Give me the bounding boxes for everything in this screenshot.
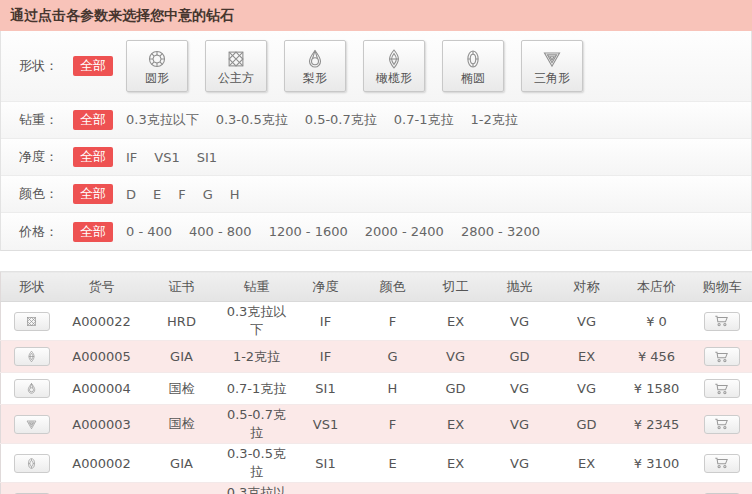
page-title-banner: 通过点击各参数来选择您中意的钻石: [0, 0, 752, 31]
carat-options: 0.3克拉以下 0.3-0.5克拉 0.5-0.7克拉 0.7-1克拉 1-2克…: [126, 111, 518, 129]
row-shape-button[interactable]: [14, 454, 50, 473]
col-header-carat: 钻重: [223, 272, 291, 302]
carat-all-badge[interactable]: 全部: [73, 110, 113, 130]
shape-button-label: 三角形: [534, 71, 570, 85]
row-shape-button[interactable]: [14, 347, 50, 366]
filter-row-shape: 形状： 全部 圆形 公主方 梨形 橄榄形: [1, 31, 751, 102]
color-option[interactable]: F: [178, 187, 185, 202]
carat-option[interactable]: 1-2克拉: [470, 111, 517, 129]
cell-clarity: VS1: [291, 405, 361, 444]
cell-polish: VG: [487, 302, 553, 341]
row-shape-button[interactable]: [14, 379, 50, 398]
clarity-all-badge[interactable]: 全部: [73, 147, 113, 167]
cell-carat: 1-2克拉: [223, 341, 291, 373]
shape-button-label: 圆形: [145, 71, 169, 85]
clarity-option[interactable]: IF: [126, 150, 137, 165]
table-row: A000003 国检 0.5-0.7克拉 VS1 F EX VG GD ¥ 23…: [1, 405, 752, 444]
col-header-color: 颜色: [361, 272, 425, 302]
price-option[interactable]: 0 - 400: [126, 224, 172, 239]
shape-button-pear[interactable]: 梨形: [284, 40, 346, 92]
cell-sku: A000000: [63, 483, 141, 494]
price-all-badge[interactable]: 全部: [73, 222, 113, 242]
cell-symmetry: VG: [553, 302, 621, 341]
shape-button-princess[interactable]: 公主方: [205, 40, 267, 92]
carat-option[interactable]: 0.3克拉以下: [126, 111, 199, 129]
cell-symmetry: VG: [553, 373, 621, 405]
col-header-shape: 形状: [1, 272, 63, 302]
cell-cert: GIA: [141, 483, 223, 494]
pear-shape-icon: [25, 382, 38, 395]
col-header-cart: 购物车: [693, 272, 752, 302]
price-option[interactable]: 1200 - 1600: [269, 224, 348, 239]
add-to-cart-button[interactable]: [704, 347, 740, 366]
table-row: A000005 GIA 1-2克拉 IF G VG GD EX ¥ 456: [1, 341, 752, 373]
table-row: A000022 HRD 0.3克拉以下 IF F EX VG VG ¥ 0: [1, 302, 752, 341]
diamond-results-table: 形状 货号 证书 钻重 净度 颜色 切工 抛光 对称 本店价 购物车 A0000…: [0, 271, 752, 494]
price-options: 0 - 400 400 - 800 1200 - 1600 2000 - 240…: [126, 224, 540, 239]
table-row: A000000 GIA 0.3克拉以下 VS1 D VG Ideal EX ¥ …: [1, 483, 752, 494]
color-all-badge[interactable]: 全部: [73, 184, 113, 204]
color-option[interactable]: G: [203, 187, 213, 202]
cell-color: G: [361, 341, 425, 373]
add-to-cart-button[interactable]: [704, 454, 740, 473]
round-shape-icon: [146, 48, 168, 70]
color-option[interactable]: D: [126, 187, 136, 202]
carat-option[interactable]: 0.3-0.5克拉: [216, 111, 288, 129]
cell-cut: VG: [425, 341, 487, 373]
clarity-filter-label: 净度：: [19, 148, 73, 166]
triangle-shape-icon: [541, 48, 563, 70]
panel-table-gap: [0, 251, 752, 271]
cell-color: E: [361, 444, 425, 483]
page-title: 通过点击各参数来选择您中意的钻石: [10, 7, 234, 25]
shape-all-badge[interactable]: 全部: [73, 56, 113, 76]
clarity-option[interactable]: VS1: [154, 150, 179, 165]
table-header-row: 形状 货号 证书 钻重 净度 颜色 切工 抛光 对称 本店价 购物车: [1, 272, 752, 302]
carat-option[interactable]: 0.7-1克拉: [394, 111, 454, 129]
cell-price: ¥ 3100: [621, 444, 693, 483]
price-option[interactable]: 2800 - 3200: [461, 224, 540, 239]
cell-carat: 0.3克拉以下: [223, 483, 291, 494]
col-header-price: 本店价: [621, 272, 693, 302]
marquise-shape-icon: [25, 350, 38, 363]
cell-cut: EX: [425, 302, 487, 341]
shape-button-label: 公主方: [218, 71, 254, 85]
price-option[interactable]: 400 - 800: [189, 224, 252, 239]
triangle-shape-icon: [25, 418, 38, 431]
add-to-cart-button[interactable]: [704, 312, 740, 331]
price-option[interactable]: 2000 - 2400: [365, 224, 444, 239]
add-to-cart-button[interactable]: [704, 379, 740, 398]
shape-button-marquise[interactable]: 橄榄形: [363, 40, 425, 92]
cell-carat: 0.7-1克拉: [223, 373, 291, 405]
filter-row-clarity: 净度： 全部 IF VS1 SI1: [1, 139, 751, 176]
cell-sku: A000022: [63, 302, 141, 341]
pear-shape-icon: [304, 48, 326, 70]
cell-clarity: IF: [291, 302, 361, 341]
oval-shape-icon: [462, 48, 484, 70]
color-option[interactable]: E: [153, 187, 161, 202]
shape-button-oval[interactable]: 椭圆: [442, 40, 504, 92]
row-shape-button[interactable]: [14, 415, 50, 434]
color-option[interactable]: H: [230, 187, 240, 202]
clarity-options: IF VS1 SI1: [126, 150, 217, 165]
cell-sku: A000004: [63, 373, 141, 405]
cell-polish: VG: [487, 444, 553, 483]
cell-cut: EX: [425, 405, 487, 444]
cell-cut: GD: [425, 373, 487, 405]
shape-button-label: 橄榄形: [376, 71, 412, 85]
clarity-option[interactable]: SI1: [197, 150, 217, 165]
shape-button-triangle[interactable]: 三角形: [521, 40, 583, 92]
cell-price: ¥ 2345: [621, 405, 693, 444]
cell-price: ¥ 3090: [621, 483, 693, 494]
cell-clarity: VS1: [291, 483, 361, 494]
cell-sku: A000003: [63, 405, 141, 444]
shape-button-round[interactable]: 圆形: [126, 40, 188, 92]
col-header-cut: 切工: [425, 272, 487, 302]
cell-clarity: SI1: [291, 444, 361, 483]
cart-icon: [714, 418, 731, 430]
carat-option[interactable]: 0.5-0.7克拉: [305, 111, 377, 129]
cell-symmetry: EX: [553, 483, 621, 494]
cell-symmetry: GD: [553, 405, 621, 444]
add-to-cart-button[interactable]: [704, 415, 740, 434]
row-shape-button[interactable]: [14, 312, 50, 331]
cell-carat: 0.3-0.5克拉: [223, 444, 291, 483]
